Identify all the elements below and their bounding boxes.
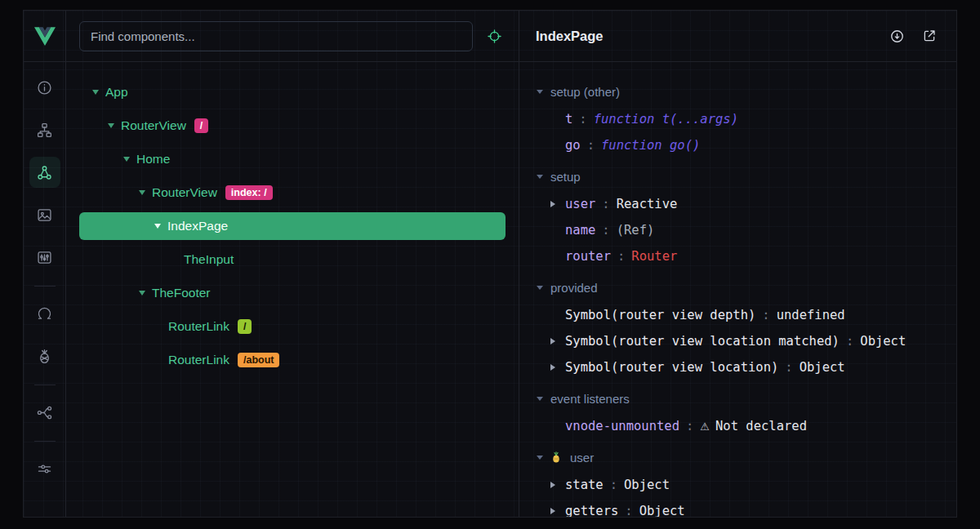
- info-icon[interactable]: [29, 72, 60, 103]
- sidebar: [24, 11, 66, 517]
- chevron-down-icon[interactable]: [154, 224, 161, 229]
- field-key: Symbol(router view location matched): [565, 334, 840, 349]
- tree-item[interactable]: RouterView index: /: [79, 179, 506, 207]
- section-header[interactable]: user: [534, 442, 956, 472]
- component-tree: App RouterView / Home RouterView index: …: [66, 62, 519, 517]
- field-value: Router: [631, 249, 677, 264]
- field-key: name: [565, 223, 595, 238]
- open-in-editor-icon[interactable]: [919, 25, 940, 47]
- pinia-icon: [550, 451, 563, 464]
- scroll-to-component-icon[interactable]: [886, 25, 907, 47]
- route-badge: /: [194, 118, 208, 133]
- search-box[interactable]: [79, 21, 473, 51]
- components-icon[interactable]: [29, 157, 60, 188]
- chevron-down-icon: [537, 456, 543, 460]
- route-badge: /about: [238, 353, 280, 367]
- field-value: Object: [800, 360, 845, 375]
- search-input[interactable]: [91, 29, 461, 43]
- field-key: vnode-unmounted: [565, 419, 679, 433]
- tree-item-label: TheFooter: [152, 286, 211, 300]
- select-component-icon[interactable]: [483, 24, 506, 47]
- tree-item[interactable]: RouterLink /: [79, 313, 506, 340]
- separator: :: [581, 138, 601, 153]
- tree-item-label: RouterLink: [168, 319, 229, 334]
- state-section: provided Symbol(router view depth) : und…: [534, 273, 956, 380]
- route-badge: /: [238, 319, 252, 334]
- state-section: setup (other) t : function t(...args) go…: [534, 77, 956, 158]
- state-section: user state : Object getters : Object: [534, 442, 956, 517]
- state-field[interactable]: state : Object: [534, 472, 956, 498]
- chevron-down-icon[interactable]: [92, 90, 99, 95]
- chevron-down-icon: [537, 397, 543, 401]
- field-value: Not declared: [715, 419, 807, 433]
- tree-item[interactable]: RouterView /: [79, 112, 506, 140]
- field-value: (Ref): [617, 223, 655, 238]
- route-badge: index: /: [225, 185, 273, 200]
- settings-icon[interactable]: [29, 453, 60, 484]
- chevron-down-icon[interactable]: [123, 157, 130, 162]
- state-field[interactable]: user : Reactive: [534, 191, 956, 217]
- tree-item-label: RouterView: [121, 118, 186, 133]
- field-key: Symbol(router view location): [565, 360, 778, 375]
- sidebar-divider: [34, 385, 56, 385]
- tree-item-selected[interactable]: IndexPage: [79, 212, 506, 240]
- separator: :: [840, 334, 860, 349]
- field-key: t: [565, 112, 572, 127]
- field-value: Object: [860, 334, 906, 349]
- pages-tree-icon[interactable]: [29, 114, 60, 145]
- sidebar-divider: [34, 441, 56, 442]
- tree-item[interactable]: RouterLink /about: [79, 346, 506, 374]
- section-header[interactable]: event listeners: [534, 384, 956, 413]
- separator: :: [755, 308, 776, 322]
- assets-icon[interactable]: [29, 199, 60, 230]
- chevron-down-icon[interactable]: [139, 190, 145, 195]
- chevron-down-icon: [537, 175, 543, 179]
- tree-item[interactable]: TheInput: [79, 246, 506, 273]
- separator: :: [679, 419, 700, 433]
- section-title: setup (other): [550, 85, 620, 99]
- component-tree-panel: App RouterView / Home RouterView index: …: [66, 11, 519, 517]
- state-field: t : function t(...args): [534, 106, 956, 132]
- state-field: go : function go(): [534, 132, 956, 158]
- tree-item[interactable]: App: [79, 78, 506, 106]
- section-header[interactable]: setup (other): [534, 77, 956, 106]
- vue-devtools-window: App RouterView / Home RouterView index: …: [23, 10, 957, 518]
- field-key: router: [565, 249, 611, 264]
- tree-toolbar: [66, 11, 519, 62]
- inspector-header: IndexPage: [519, 11, 956, 62]
- tree-item[interactable]: TheFooter: [79, 279, 506, 307]
- sidebar-nav: [24, 62, 65, 496]
- chevron-down-icon[interactable]: [108, 123, 114, 128]
- state-field[interactable]: getters : Object: [534, 498, 956, 517]
- field-value: function t(...args): [594, 112, 738, 127]
- chevron-right-icon[interactable]: [550, 508, 555, 514]
- tree-item[interactable]: Home: [79, 145, 506, 173]
- inspected-component-title: IndexPage: [536, 29, 875, 44]
- chevron-right-icon[interactable]: [550, 482, 555, 488]
- field-value: Object: [624, 478, 670, 492]
- chevron-down-icon[interactable]: [139, 291, 145, 296]
- chevron-right-icon[interactable]: [550, 338, 555, 345]
- chevron-right-icon[interactable]: [550, 201, 555, 207]
- chevron-right-icon[interactable]: [550, 364, 555, 371]
- field-value: Reactive: [617, 197, 678, 211]
- section-header[interactable]: setup: [534, 162, 956, 191]
- tree-item-label: App: [105, 85, 128, 100]
- tree-item-label: IndexPage: [167, 219, 228, 233]
- tree-item-label: RouterView: [152, 185, 217, 200]
- state-field: name : (Ref): [534, 217, 956, 243]
- state-field: Symbol(router view depth) : undefined: [534, 302, 956, 328]
- section-title: provided: [550, 281, 598, 295]
- flow-icon[interactable]: [29, 397, 60, 428]
- chevron-down-icon: [537, 286, 543, 290]
- separator: :: [778, 360, 799, 375]
- sidebar-divider: [34, 286, 56, 287]
- state-field: router : Router: [534, 243, 956, 269]
- tree-item-label: TheInput: [184, 252, 234, 267]
- state-field[interactable]: Symbol(router view location) : Object: [534, 354, 956, 380]
- state-field[interactable]: Symbol(router view location matched) : O…: [534, 328, 956, 354]
- hooks-icon[interactable]: [29, 298, 60, 329]
- inspector-panel-icon[interactable]: [29, 242, 60, 273]
- section-header[interactable]: provided: [534, 273, 956, 302]
- pinia-icon[interactable]: [29, 340, 60, 371]
